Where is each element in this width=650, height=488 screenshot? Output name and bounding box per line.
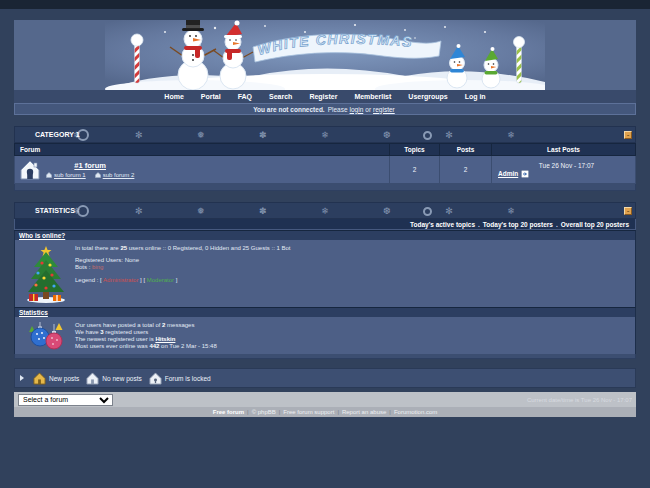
category-title: Category 1 — [35, 131, 87, 138]
forum-table: Forum Topics Posts Last Posts #1 forum — [14, 143, 636, 191]
free-forum-link[interactable]: Free forum — [213, 409, 244, 415]
col-forum: Forum — [15, 144, 390, 156]
phpbb-link[interactable]: © phpBB — [252, 409, 276, 415]
category-footer-strip — [15, 184, 636, 191]
legend-no-new-posts: No new posts — [86, 372, 141, 385]
forum-page: WHITE CHRISTMAS — [14, 20, 636, 417]
dot-separator: . — [556, 221, 558, 228]
goto-last-post-icon[interactable] — [521, 170, 529, 178]
new-posts-icon — [33, 372, 46, 385]
statistics-header: Statistics ❄ ✻ ❅ ✽ ❄ ❆ ✻ ❄ - — [14, 202, 636, 219]
subforum-icon — [46, 172, 52, 178]
who-is-online-link[interactable]: Who is online? — [19, 232, 65, 239]
posts-legend-bar: New posts No new posts Forum is locked — [14, 368, 636, 388]
forum-support-link[interactable]: Free forum support — [283, 409, 334, 415]
online-count-line: In total there are 25 users online :: 0 … — [75, 245, 633, 252]
most-online-line: Most users ever online was 442 on Tue 2 … — [75, 343, 633, 350]
moderator-legend: Moderator — [147, 277, 174, 283]
bot-name: bing — [92, 264, 103, 270]
login-link[interactable]: login — [350, 106, 364, 113]
bullet-arrow-icon — [20, 375, 24, 381]
legend-forum-locked: Forum is locked — [149, 372, 211, 385]
subforum-icon — [95, 172, 101, 178]
last-post-date: Tue 26 Nov - 17:07 — [498, 162, 635, 169]
administrator-legend: Administrator — [103, 277, 138, 283]
statistics-title: Statistics — [35, 207, 75, 214]
col-last-posts: Last Posts — [492, 144, 636, 156]
header-banner: WHITE CHRISTMAS — [14, 20, 636, 90]
who-is-online-row: Who is online? — [14, 230, 636, 240]
registered-count-line: We have 3 registered users — [75, 329, 633, 336]
ornaments-icon — [28, 322, 64, 350]
col-posts: Posts — [440, 144, 492, 156]
collapse-category-button[interactable]: - — [624, 131, 632, 139]
subforum-link-2[interactable]: sub forum 2 — [95, 172, 135, 178]
legend-new-posts: New posts — [33, 372, 79, 385]
legend-line: Legend : [ Administrator ] [ Moderator ] — [75, 277, 633, 284]
registered-users-line: Registered Users: None — [75, 257, 633, 264]
nav-search[interactable]: Search — [269, 93, 292, 100]
page-footer: Select a forum Current date/time is Tue … — [14, 392, 636, 417]
top-strip — [0, 0, 650, 9]
topics-count: 2 — [390, 156, 440, 184]
dot-separator: . — [478, 221, 480, 228]
forum-status-icon — [19, 159, 41, 181]
forum-link[interactable]: #1 forum — [46, 161, 134, 170]
top-posters-overall-link[interactable]: Overall top 20 posters — [561, 221, 629, 228]
register-link[interactable]: register — [373, 106, 395, 113]
wreath-icon — [77, 205, 89, 217]
newest-user-line: The newest registered user is Hitskin — [75, 336, 633, 343]
collapse-statistics-button[interactable]: - — [624, 207, 632, 215]
snowflake-decor-icons: ❄ ✻ ❅ ✽ ❄ ❆ ✻ ❄ — [73, 130, 633, 140]
nav-memberlist[interactable]: Memberlist — [354, 93, 391, 100]
current-datetime: Current date/time is Tue 26 Nov - 17:07 — [527, 397, 632, 403]
who-is-online-body: In total there are 25 users online :: 0 … — [14, 240, 636, 307]
nav-usergroups[interactable]: Usergroups — [408, 93, 447, 100]
forum-row: #1 forum sub forum 1 sub forum 2 — [15, 156, 636, 184]
forum-locked-icon — [149, 372, 162, 385]
top-posters-today-link[interactable]: Today's top 20 posters — [483, 221, 553, 228]
connection-status: You are not connected. — [253, 106, 324, 113]
total-messages-line: Our users have posted a total of 2 messa… — [75, 322, 633, 329]
wreath-icon — [423, 207, 432, 216]
no-new-posts-icon — [86, 372, 99, 385]
statistics-link-row: Statistics — [14, 307, 636, 317]
category-header: Category 1 ❄ ✻ ❅ ✽ ❄ ❆ ✻ ❄ - — [14, 126, 636, 143]
nav-faq[interactable]: FAQ — [238, 93, 252, 100]
active-topics-link[interactable]: Today's active topics — [410, 221, 475, 228]
subforum-link-1[interactable]: sub forum 1 — [46, 172, 86, 178]
wreath-icon — [423, 131, 432, 140]
nav-login[interactable]: Log in — [465, 93, 486, 100]
forumotion-link[interactable]: Forumotion.com — [394, 409, 437, 415]
report-abuse-link[interactable]: Report an abuse — [342, 409, 386, 415]
footer-links: Free forum | © phpBB | Free forum suppor… — [14, 407, 636, 417]
col-topics: Topics — [390, 144, 440, 156]
main-nav: Home Portal FAQ Search Register Memberli… — [14, 90, 636, 103]
bots-line: Bots : bing — [75, 264, 633, 271]
connection-or: or — [365, 106, 371, 113]
connection-status-bar: You are not connected. Please login or r… — [14, 103, 636, 115]
connection-please: Please — [328, 106, 348, 113]
jump-to-forum-select[interactable]: Select a forum — [18, 394, 113, 406]
nav-home[interactable]: Home — [164, 93, 183, 100]
nav-register[interactable]: Register — [309, 93, 337, 100]
statistics-footer-strip — [14, 354, 636, 359]
top-posters-bar: Today's active topics . Today's top 20 p… — [14, 219, 636, 230]
statistics-link[interactable]: Statistics — [19, 309, 48, 316]
christmas-tree-icon — [24, 245, 68, 303]
last-post-author-link[interactable]: Admin — [498, 170, 518, 177]
christmas-banner-image: WHITE CHRISTMAS — [105, 20, 545, 90]
posts-count: 2 — [440, 156, 492, 184]
newest-user-link[interactable]: Hitskin — [155, 336, 175, 342]
snowflake-decor-icons: ❄ ✻ ❅ ✽ ❄ ❆ ✻ ❄ — [73, 206, 633, 216]
statistics-body: Our users have posted a total of 2 messa… — [14, 317, 636, 354]
nav-portal[interactable]: Portal — [201, 93, 221, 100]
